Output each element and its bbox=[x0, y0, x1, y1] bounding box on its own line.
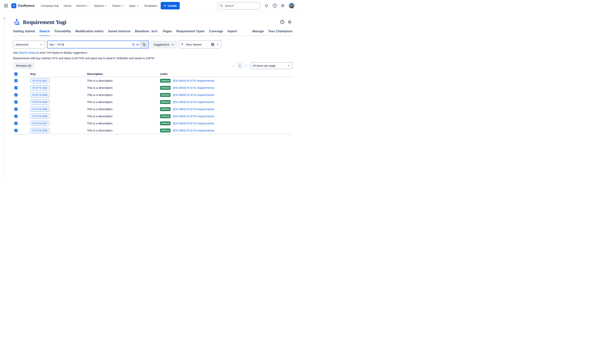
requirement-link[interactable]: (ES-4053) R:SYS requirements bbox=[173, 100, 214, 104]
global-search[interactable] bbox=[218, 2, 260, 9]
create-button[interactable]: Create bbox=[161, 2, 180, 9]
requirement-description: This is a description bbox=[87, 115, 160, 118]
row-checkbox[interactable] bbox=[14, 122, 17, 125]
tab-your-champions[interactable]: Your Champions bbox=[268, 29, 292, 36]
tab-bar: Getting startedSearchTraceabilityModific… bbox=[13, 29, 292, 36]
requirement-link[interactable]: (ES-4053) R:SYS requirements bbox=[173, 129, 214, 132]
help-icon: ? bbox=[273, 4, 277, 8]
tab-coverage[interactable]: Coverage bbox=[209, 29, 223, 36]
app-grid-icon bbox=[4, 4, 8, 8]
requirement-link[interactable]: (ES-4053) R:SYS requirements bbox=[173, 108, 214, 111]
items-per-page-select[interactable]: 20 items per page bbox=[250, 62, 292, 69]
requirement-key-chip[interactable]: R:SYS-006 bbox=[30, 114, 50, 119]
select-all-checkbox[interactable] bbox=[14, 72, 17, 76]
check-icon bbox=[15, 94, 17, 96]
tab-label: Requirement Types bbox=[176, 30, 205, 33]
expand-sidebar-button[interactable] bbox=[2, 16, 7, 21]
requirement-key-chip[interactable]: R:SYS-008 bbox=[30, 128, 50, 133]
origin-badge: ORIGIN bbox=[160, 122, 171, 125]
origin-badge: ORIGIN bbox=[160, 114, 171, 118]
search-help-text: See Search syntax or enter Ctrl+Space to… bbox=[13, 51, 292, 54]
topnav-item-company-hub[interactable]: Company hub bbox=[41, 4, 59, 7]
tab-requirement-types[interactable]: Requirement Types bbox=[176, 29, 205, 36]
origin-badge: ORIGIN bbox=[160, 129, 171, 132]
run-search-button[interactable] bbox=[140, 41, 148, 48]
tab-getting-started[interactable]: Getting started bbox=[13, 29, 35, 36]
row-checkbox[interactable] bbox=[14, 86, 17, 89]
circle-x-icon bbox=[211, 43, 214, 46]
topnav-item-home[interactable]: Home bbox=[64, 4, 71, 7]
tab-label: Traceability bbox=[54, 30, 71, 33]
topnav-item-spaces[interactable]: Spaces bbox=[94, 4, 107, 7]
requirement-link[interactable]: (ES-4053) R:SYS requirements bbox=[173, 86, 214, 90]
tab-import[interactable]: Import bbox=[228, 29, 237, 36]
tab-label: Pages bbox=[163, 30, 172, 33]
requirement-key-chip[interactable]: R:SYS-004 bbox=[30, 100, 50, 105]
clear-variant-button[interactable] bbox=[211, 43, 214, 46]
topnav-item-label: Company hub bbox=[41, 4, 59, 7]
row-checkbox[interactable] bbox=[14, 129, 17, 132]
row-checkbox[interactable] bbox=[14, 115, 17, 118]
tab-traceability[interactable]: Traceability bbox=[54, 29, 71, 36]
tab-label: Your Champions bbox=[268, 30, 292, 33]
settings-button[interactable]: ⚙ bbox=[281, 4, 285, 8]
advanced-query-input[interactable]: key ~ 'R:%' bbox=[50, 43, 64, 46]
next-page-button[interactable] bbox=[244, 64, 248, 67]
requirement-link[interactable]: (ES-4053) R:SYS requirements bbox=[173, 122, 214, 125]
variant-select[interactable]: New Variant bbox=[179, 40, 221, 48]
topnav-item-recent[interactable]: Recent bbox=[77, 4, 89, 7]
avatar[interactable] bbox=[289, 3, 295, 9]
column-header-description: Description bbox=[87, 72, 160, 76]
requirement-key-chip[interactable]: R:SYS-003 bbox=[30, 93, 50, 97]
chevron-right-icon bbox=[245, 64, 248, 67]
advanced-query-box: key ~ 'R:%' AI bbox=[47, 40, 149, 48]
current-page[interactable]: 1 bbox=[237, 63, 242, 69]
requirement-key-chip[interactable]: R:SYS-001 bbox=[30, 78, 50, 83]
search-syntax-link[interactable]: Search syntax bbox=[19, 51, 36, 54]
tab-manage[interactable]: Manage bbox=[252, 29, 264, 36]
notifications-button[interactable] bbox=[264, 3, 269, 8]
row-checkbox[interactable] bbox=[14, 108, 17, 111]
plus-icon bbox=[164, 4, 166, 7]
avatar-image bbox=[289, 3, 295, 9]
row-checkbox[interactable] bbox=[14, 79, 17, 82]
requirement-key-chip[interactable]: R:SYS-007 bbox=[30, 121, 50, 126]
tab-label: Baselines bbox=[135, 30, 149, 33]
confluence-logo-icon bbox=[11, 3, 16, 8]
topnav-item-teams[interactable]: Teams bbox=[112, 4, 124, 7]
app-help-button[interactable]: ? bbox=[280, 20, 284, 24]
app-settings-button[interactable]: ⚙ bbox=[288, 20, 291, 24]
requirement-link[interactable]: (ES-4053) R:SYS requirements bbox=[173, 79, 214, 82]
tab-baselines[interactable]: BaselinesBETA bbox=[135, 29, 158, 36]
search-mode-select[interactable]: Advanced bbox=[13, 40, 45, 48]
tab-pages[interactable]: Pages bbox=[163, 29, 172, 36]
app-switcher-button[interactable] bbox=[4, 4, 8, 8]
table-row: R:SYS-002This is a descriptionORIGIN(ES-… bbox=[13, 84, 292, 91]
requirement-key-chip[interactable]: R:SYS-002 bbox=[30, 85, 50, 90]
requirement-description: This is a description bbox=[87, 108, 160, 111]
tab-search[interactable]: Search bbox=[39, 29, 50, 36]
topnav-item-apps[interactable]: Apps bbox=[129, 4, 139, 7]
topnav-item-label: Templates bbox=[144, 4, 157, 7]
topnav-item-label: Spaces bbox=[94, 4, 104, 7]
tab-modification-matrix[interactable]: Modification matrix bbox=[75, 29, 104, 36]
requirement-key-chip[interactable]: R:SYS-005 bbox=[30, 107, 50, 112]
requirement-link[interactable]: (ES-4053) R:SYS requirements bbox=[173, 115, 214, 118]
previous-page-button[interactable] bbox=[231, 64, 235, 67]
global-search-input[interactable] bbox=[225, 4, 253, 7]
product-home[interactable]: Confluence bbox=[11, 3, 35, 8]
rename-button[interactable]: Rename (8) bbox=[13, 62, 34, 69]
requirement-link[interactable]: (ES-4053) R:SYS requirements bbox=[173, 93, 214, 97]
topnav-item-templates[interactable]: Templates bbox=[144, 4, 157, 7]
requirement-description: This is a description bbox=[87, 122, 160, 125]
product-name: Confluence bbox=[18, 4, 35, 8]
tab-label: Coverage bbox=[209, 30, 223, 33]
bell-icon bbox=[264, 3, 269, 8]
help-button[interactable]: ? bbox=[273, 4, 277, 8]
tab-saved-matrices[interactable]: Saved matrices bbox=[108, 29, 131, 36]
ai-assist-button[interactable]: AI bbox=[132, 41, 139, 48]
suggestions-button[interactable]: Suggestions bbox=[151, 40, 177, 48]
tab-label: Manage bbox=[252, 30, 264, 33]
row-checkbox[interactable] bbox=[14, 93, 17, 96]
row-checkbox[interactable] bbox=[14, 101, 17, 104]
